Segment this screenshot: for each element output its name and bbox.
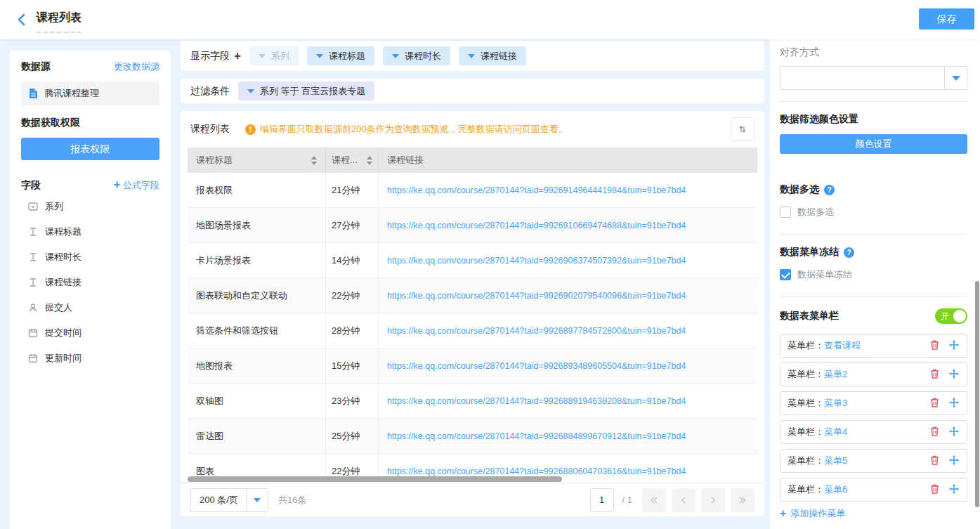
course-link[interactable]: https://ke.qq.com/course/2870144?taid=99…	[387, 291, 686, 301]
multi-select-checkbox-label: 数据多选	[797, 206, 834, 218]
menubar-toggle[interactable]: 开	[935, 308, 967, 324]
move-icon[interactable]	[948, 455, 960, 468]
course-link[interactable]: https://ke.qq.com/course/2870144?taid=99…	[387, 221, 686, 230]
horizontal-scrollbar[interactable]	[188, 476, 562, 482]
delete-icon[interactable]	[929, 339, 940, 353]
multi-select-checkbox[interactable]	[780, 207, 791, 218]
page-size-select[interactable]: 200 条/页	[190, 488, 268, 512]
column-header-course-title[interactable]: 课程标题	[188, 148, 326, 173]
sort-icon[interactable]	[367, 156, 372, 165]
chevron-down-icon	[468, 54, 475, 58]
table-row: 雷达图 25分钟 https://ke.qq.com/course/287014…	[188, 419, 757, 454]
add-formula-field-link[interactable]: + 公式字段	[113, 178, 159, 192]
cell-course-duration: 25分钟	[326, 419, 379, 453]
menubar-item: 菜单栏：菜单4	[780, 420, 967, 444]
multi-select-title: 数据多选	[780, 183, 819, 196]
table-header-row: 课程标题 课程... 课程链接	[188, 148, 757, 173]
cell-course-duration: 23分钟	[326, 384, 379, 418]
first-page-button[interactable]	[642, 488, 666, 512]
field-list: 系列 课程标题 课程时长 课程链接 提交人 提交时间	[21, 196, 159, 369]
course-link[interactable]: https://ke.qq.com/course/2870144?taid=99…	[387, 466, 686, 476]
back-icon[interactable]	[14, 12, 30, 27]
cell-course-duration: 21分钟	[326, 173, 379, 207]
data-permission-title: 数据获取权限	[21, 117, 159, 129]
move-icon[interactable]	[948, 426, 960, 439]
menu-freeze-checkbox[interactable]	[780, 269, 791, 280]
delete-icon[interactable]	[929, 368, 940, 381]
course-link[interactable]: https://ke.qq.com/course/2870144?taid=99…	[387, 256, 686, 266]
chevron-down-icon	[247, 489, 268, 511]
menubar-item-link[interactable]: 菜单5	[824, 455, 847, 467]
course-link[interactable]: https://ke.qq.com/course/2870144?taid=99…	[387, 361, 686, 371]
field-item-course-title[interactable]: 课程标题	[21, 221, 159, 242]
sort-icon[interactable]	[311, 156, 317, 165]
course-link[interactable]: https://ke.qq.com/course/2870144?taid=99…	[387, 185, 686, 195]
menubar-item: 菜单栏：菜单5	[780, 449, 967, 473]
column-header-course-duration[interactable]: 课程...	[326, 148, 379, 173]
datasource-panel: 数据源 更改数据源 腾讯课程整理 数据获取权限 报表权限	[10, 51, 171, 171]
page-number-input[interactable]	[590, 488, 614, 512]
cell-course-duration: 14分钟	[326, 243, 379, 277]
chevron-down-icon	[316, 54, 323, 58]
menubar-item-link[interactable]: 菜单4	[824, 426, 847, 438]
filter-label: 过滤条件	[190, 85, 230, 98]
select-icon	[28, 202, 38, 211]
fields-title: 字段	[21, 179, 41, 192]
delete-icon[interactable]	[929, 483, 940, 497]
move-icon[interactable]	[948, 397, 960, 410]
delete-icon[interactable]	[929, 426, 940, 439]
menubar-item-link[interactable]: 菜单6	[824, 483, 847, 496]
field-tag-course-title[interactable]: 课程标题	[307, 46, 374, 65]
field-item-course-duration[interactable]: 课程时长	[21, 247, 159, 268]
course-link[interactable]: https://ke.qq.com/course/2870144?taid=99…	[387, 326, 686, 336]
field-tag-series[interactable]: 系列	[249, 46, 299, 65]
report-permission-button[interactable]: 报表权限	[21, 138, 159, 160]
text-icon	[28, 227, 38, 237]
add-field-icon[interactable]: +	[234, 50, 241, 62]
move-icon[interactable]	[948, 339, 960, 353]
toggle-knob	[953, 310, 966, 322]
last-page-button[interactable]	[731, 488, 754, 512]
course-link[interactable]: https://ke.qq.com/course/2870144?taid=99…	[387, 396, 686, 406]
save-button[interactable]: 保存	[919, 8, 974, 30]
menubar-item-link[interactable]: 菜单3	[824, 397, 847, 410]
delete-icon[interactable]	[929, 397, 940, 410]
field-item-course-link[interactable]: 课程链接	[21, 272, 159, 293]
menubar-item: 菜单栏：菜单3	[780, 391, 967, 415]
prev-page-button[interactable]	[672, 488, 695, 512]
field-tag-course-link[interactable]: 课程链接	[459, 46, 526, 65]
datasource-item[interactable]: 腾讯课程整理	[21, 81, 159, 105]
plus-icon: +	[113, 178, 120, 191]
course-link[interactable]: https://ke.qq.com/course/2870144?taid=99…	[387, 431, 686, 441]
settings-sidebar: 对齐方式 数据筛选颜色设置 颜色设置 数据多选 ? 数据多选 数据菜单冻结 ? …	[770, 39, 980, 529]
help-icon[interactable]: ?	[844, 247, 854, 258]
menubar-item-list: 菜单栏：查看课程 菜单栏：菜单2 菜单栏：菜单3 菜单栏：菜单4	[780, 334, 967, 502]
reorder-columns-button[interactable]	[731, 117, 754, 141]
change-datasource-link[interactable]: 更改数据源	[114, 60, 159, 73]
cell-course-title: 双轴图	[188, 384, 326, 418]
menubar-item-link[interactable]: 菜单2	[824, 368, 847, 381]
field-tag-course-duration[interactable]: 课程时长	[383, 46, 450, 65]
next-page-button[interactable]	[701, 488, 725, 512]
text-icon	[28, 252, 38, 262]
table-row: 筛选条件和筛选按钮 28分钟 https://ke.qq.com/course/…	[188, 313, 757, 348]
align-select[interactable]	[780, 66, 967, 90]
move-icon[interactable]	[948, 483, 960, 497]
move-icon[interactable]	[948, 368, 960, 381]
table-row: 双轴图 23分钟 https://ke.qq.com/course/287014…	[188, 384, 757, 419]
vertical-scrollbar[interactable]	[975, 281, 979, 507]
menubar-item-link[interactable]: 查看课程	[824, 339, 861, 352]
color-settings-button[interactable]: 颜色设置	[780, 134, 967, 154]
cell-course-title: 筛选条件和筛选按钮	[188, 313, 326, 348]
filter-card: 过滤条件 系列 等于 百宝云报表专题	[181, 79, 764, 103]
filter-condition-tag[interactable]: 系列 等于 百宝云报表专题	[238, 81, 374, 100]
help-icon[interactable]: ?	[824, 185, 835, 195]
field-item-series[interactable]: 系列	[21, 196, 159, 217]
field-item-update-time[interactable]: 更新时间	[21, 348, 159, 369]
cell-course-duration: 28分钟	[326, 313, 379, 348]
add-action-menu-link[interactable]: + 添加操作菜单	[780, 507, 967, 520]
delete-icon[interactable]	[929, 455, 940, 468]
total-pages: / 1	[622, 495, 632, 505]
field-item-submit-time[interactable]: 提交时间	[21, 322, 159, 344]
field-item-submitter[interactable]: 提交人	[21, 297, 159, 318]
